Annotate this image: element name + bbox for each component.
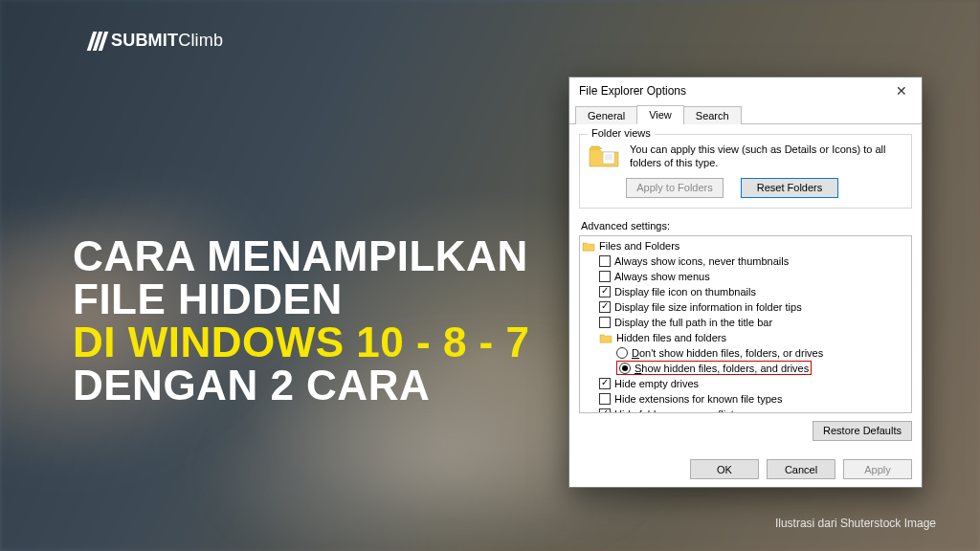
folder-icon [582,240,595,252]
folder-views-text: You can apply this view (such as Details… [630,143,903,170]
checkbox-icon[interactable] [599,378,611,389]
tree-item-label: Always show menus [614,271,710,282]
tree-item-label: Show hidden files, folders, and drives [635,363,809,374]
checkbox-icon[interactable] [599,271,611,282]
advanced-settings-label: Advanced settings: [581,220,912,231]
tab-view-page: Folder views You can apply this view (su… [569,124,922,457]
file-explorer-options-dialog: File Explorer Options ✕ General View Sea… [568,77,923,488]
headline-line2: File Hidden [73,278,529,321]
brand-prefix: SUBMIT [111,31,178,50]
tree-root[interactable]: Files and Folders [580,238,911,253]
ok-button[interactable]: OK [690,459,759,479]
tab-search[interactable]: Search [683,106,742,124]
apply-to-folders-button[interactable]: Apply to Folders [626,178,724,198]
checkbox-icon[interactable] [599,393,611,405]
tree-item[interactable]: Always show menus [597,269,911,284]
tree-item-label: Hide empty drives [614,378,699,389]
brand-text: SUBMITClimb [111,31,223,51]
headline-line4: dengan 2 cara [73,364,529,408]
dialog-title: File Explorer Options [579,84,686,98]
tree-item[interactable]: Display file size information in folder … [597,299,911,315]
tree-item-label: Display file size information in folder … [614,301,802,313]
tree-item-label: Don't show hidden files, folders, or dri… [632,347,823,359]
apply-button[interactable]: Apply [843,459,912,479]
checkbox-icon[interactable] [599,286,611,298]
tree-radio-item-highlighted[interactable]: Show hidden files, folders, and drives [614,361,911,376]
folder-icon [588,143,620,169]
folder-icon [599,332,612,343]
brand-logo: SUBMITClimb [90,31,223,51]
folder-views-group: Folder views You can apply this view (su… [579,134,912,209]
cancel-button[interactable]: Cancel [767,459,835,479]
tree-item[interactable]: Hide empty drives [597,376,911,391]
tree-item[interactable]: Display the full path in the title bar [597,315,911,330]
headline: Cara Menampilkan File Hidden di Windows … [73,235,529,408]
tab-view[interactable]: View [636,105,684,124]
tree-item[interactable]: Always show icons, never thumbnails [597,253,911,269]
tree-item[interactable]: Display file icon on thumbnails [597,284,911,299]
tree-item-label: Display the full path in the title bar [614,317,772,328]
dialog-tabs: General View Search [569,104,922,124]
tree-item-label: Display file icon on thumbnails [614,286,756,298]
tree-item[interactable]: Hide extensions for known file types [597,391,911,407]
brand-suffix: Climb [178,31,223,50]
headline-line1: Cara Menampilkan [73,235,529,278]
tree-item-label: Hide folder merge conflicts [614,408,739,413]
image-credit: Ilustrasi dari Shuterstock Image [775,517,936,530]
dialog-button-row: OK Cancel Apply [690,459,912,479]
radio-icon[interactable] [616,347,628,359]
reset-folders-button[interactable]: Reset Folders [741,178,838,198]
tree-item-label: Hide extensions for known file types [614,393,782,405]
tree-radio-item[interactable]: Don't show hidden files, folders, or dri… [614,345,911,361]
dialog-titlebar[interactable]: File Explorer Options ✕ [569,77,922,102]
tree-item-label: Always show icons, never thumbnails [614,255,789,267]
checkbox-icon[interactable] [599,408,611,413]
checkbox-icon[interactable] [599,301,611,313]
headline-line3: di Windows 10 - 8 - 7 [73,321,529,364]
checkbox-icon[interactable] [599,255,611,267]
logo-bars-icon [90,32,105,51]
restore-defaults-button[interactable]: Restore Defaults [813,421,912,441]
close-icon[interactable]: ✕ [889,83,914,99]
tree-hidden-group-label: Hidden files and folders [616,332,726,343]
radio-icon[interactable] [619,363,631,374]
folder-views-title: Folder views [588,127,655,139]
tree-item[interactable]: Hide folder merge conflicts [597,407,911,413]
checkbox-icon[interactable] [599,317,611,328]
tree-hidden-group[interactable]: Hidden files and folders [597,330,911,345]
tab-general[interactable]: General [575,106,637,124]
tree-root-label: Files and Folders [599,240,679,252]
svg-rect-0 [603,152,614,164]
advanced-settings-tree[interactable]: Files and Folders Always show icons, nev… [579,235,912,413]
red-highlight-box: Show hidden files, folders, and drives [616,361,812,375]
